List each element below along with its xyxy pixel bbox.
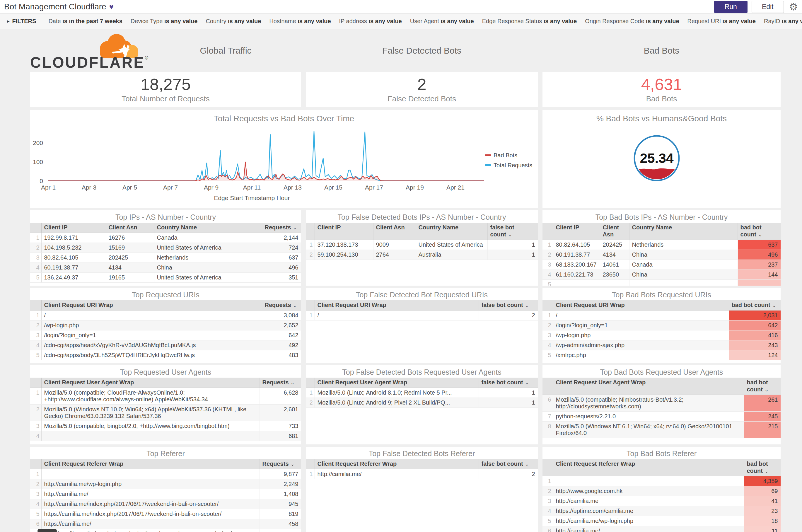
cell[interactable]: http://camilia.me: [553, 496, 744, 506]
cell[interactable]: 1: [479, 398, 538, 408]
cell[interactable]: 2,249: [260, 479, 301, 489]
cell[interactable]: 68.183.200.167: [553, 260, 600, 270]
column-header[interactable]: Client IP: [553, 223, 600, 240]
filter-item[interactable]: Country is any value: [206, 18, 261, 25]
column-header[interactable]: Client IP: [41, 223, 106, 233]
cell[interactable]: Canada: [629, 260, 738, 270]
filter-item[interactable]: User Agent is any value: [410, 18, 474, 25]
cell[interactable]: [629, 280, 738, 286]
cell[interactable]: 4,359: [744, 476, 781, 486]
cell[interactable]: 69: [744, 486, 781, 496]
cell[interactable]: 261: [744, 395, 781, 412]
cell[interactable]: 237: [738, 260, 781, 270]
cell[interactable]: 637: [262, 253, 301, 263]
cell[interactable]: http://www.google.com.hk: [553, 486, 744, 496]
cell[interactable]: 15169: [106, 243, 154, 253]
cell[interactable]: http://camilia.me/index.php/2017/06/17/w…: [41, 499, 260, 509]
cell[interactable]: 2,144: [262, 233, 301, 243]
cell[interactable]: 4134: [106, 263, 154, 273]
cell[interactable]: /: [553, 310, 729, 321]
cell[interactable]: 202425: [106, 253, 154, 263]
cell[interactable]: 1: [479, 388, 538, 398]
column-header[interactable]: Requests⌄: [262, 223, 301, 233]
cell[interactable]: /: [314, 310, 479, 321]
cell[interactable]: Netherlands: [629, 240, 738, 250]
expand-filters-icon[interactable]: ▸: [7, 18, 9, 24]
cell[interactable]: 104.198.5.232: [41, 243, 106, 253]
filter-item[interactable]: Date is in the past 7 weeks: [48, 18, 122, 25]
cell[interactable]: 3,084: [262, 310, 301, 321]
cell[interactable]: Netherlands: [154, 253, 262, 263]
cell[interactable]: Mozilla/5.0 (compatible; Nimbostratus-Bo…: [553, 395, 744, 412]
kpi-total-requests[interactable]: 18,275 Total Number of Requests: [30, 72, 301, 107]
cell[interactable]: /: [41, 310, 262, 321]
cell[interactable]: 23650: [600, 270, 629, 280]
cell[interactable]: 124: [729, 350, 781, 360]
column-header[interactable]: Client Request User Agent Wrap: [553, 378, 744, 395]
gear-icon[interactable]: ⚙︎: [789, 2, 798, 12]
filter-item[interactable]: IP address is any value: [339, 18, 402, 25]
column-header[interactable]: false bot count⌄: [479, 378, 538, 388]
cell[interactable]: https://uptime.com/camilia.me: [553, 506, 744, 516]
cell[interactable]: United States of America: [416, 240, 488, 250]
cell[interactable]: Mozilla/5.0 (Linux; Android 8.1.0; Redmi…: [314, 388, 479, 398]
column-header[interactable]: Client Request Referer Wrap: [314, 459, 479, 469]
column-header[interactable]: Client Request URI Wrap: [553, 300, 729, 310]
timeseries-chart[interactable]: 0100200Apr 1Apr 3Apr 5Apr 7Apr 9Apr 11Ap…: [30, 110, 538, 208]
cell[interactable]: https://camilia.me/: [41, 519, 260, 529]
cell[interactable]: Mozilla/5.0 (Windows NT 6.1; Win64; x64;…: [553, 421, 744, 438]
cell[interactable]: 733: [260, 421, 301, 431]
cell[interactable]: /cdn-cgi/apps/head/xVgyKhR-vV3dAUGhMqfBc…: [41, 340, 262, 350]
cell[interactable]: China: [154, 263, 262, 273]
filter-item[interactable]: Device Type is any value: [131, 18, 198, 25]
cell[interactable]: 681: [260, 431, 301, 441]
cell[interactable]: 41: [744, 496, 781, 506]
cell[interactable]: 136.24.49.37: [41, 273, 106, 283]
cell[interactable]: 2: [479, 469, 538, 479]
column-header[interactable]: Client IP: [314, 223, 373, 240]
cell[interactable]: 215: [744, 421, 781, 438]
column-header[interactable]: Country Name: [629, 223, 738, 240]
cell[interactable]: Mozilla/5.0 (compatible; CloudFlare-Alwa…: [41, 388, 260, 404]
cell[interactable]: 4134: [600, 250, 629, 260]
cell[interactable]: 724: [262, 243, 301, 253]
filter-item[interactable]: Hostname is any value: [269, 18, 331, 25]
cell[interactable]: 496: [262, 263, 301, 273]
cell[interactable]: /cdn-cgi/apps/body/3Lh52SjWTQ4HRlErJykHq…: [41, 350, 262, 360]
cell[interactable]: 243: [729, 340, 781, 350]
cell[interactable]: 202425: [600, 240, 629, 250]
column-header[interactable]: Client Asn: [373, 223, 416, 240]
cell[interactable]: 59.100.254.130: [314, 250, 373, 260]
column-header[interactable]: Client Request User Agent Wrap: [314, 378, 479, 388]
cell[interactable]: 19165: [106, 273, 154, 283]
filters-label[interactable]: FILTERS: [12, 18, 36, 25]
column-header[interactable]: Client Request Referer Wrap: [553, 459, 744, 476]
cell[interactable]: [41, 431, 260, 441]
cell[interactable]: 2764: [373, 250, 416, 260]
kpi-bad-bots[interactable]: 4,631 Bad Bots: [542, 72, 781, 107]
cell[interactable]: [600, 280, 629, 286]
edit-button[interactable]: Edit: [751, 1, 784, 13]
cell[interactable]: 61.160.221.73: [553, 270, 600, 280]
cell[interactable]: 458: [260, 519, 301, 529]
cell[interactable]: 192.99.8.171: [41, 233, 106, 243]
cell[interactable]: 60.191.38.77: [41, 263, 106, 273]
cell[interactable]: http://camilia.me/: [314, 469, 479, 479]
cell[interactable]: 80.82.64.105: [553, 240, 600, 250]
cell[interactable]: 16276: [106, 233, 154, 243]
cell[interactable]: 9009: [373, 240, 416, 250]
cell[interactable]: Canada: [154, 233, 262, 243]
filter-item[interactable]: Origin Response Code is any value: [585, 18, 679, 25]
column-header[interactable]: Client Request Referer Wrap: [41, 459, 260, 469]
cell[interactable]: 496: [738, 250, 781, 260]
cell[interactable]: [41, 469, 260, 479]
filter-item[interactable]: Edge Response Status is any value: [482, 18, 577, 25]
cell[interactable]: Australia: [416, 250, 488, 260]
column-header[interactable]: Client Request URI Wrap: [41, 300, 262, 310]
cell[interactable]: http://camilia.me/wp-login.php: [553, 516, 744, 526]
column-header[interactable]: bad bot count⌄: [738, 223, 781, 240]
cell[interactable]: 9,877: [260, 469, 301, 479]
cell[interactable]: 2,652: [262, 321, 301, 330]
cell[interactable]: 1: [488, 250, 538, 260]
cell[interactable]: /wp-login.php: [553, 330, 729, 340]
